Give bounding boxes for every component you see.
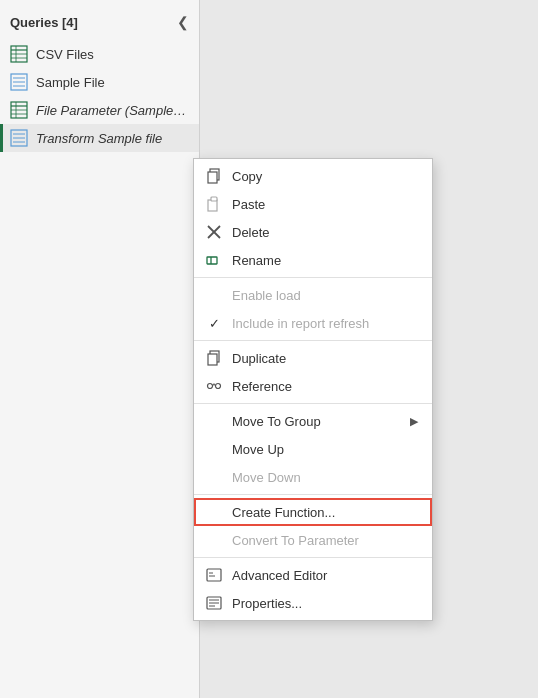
sidebar: Queries [4] ❮ CSV Files Sample File <box>0 0 200 698</box>
menu-item-move-up[interactable]: Move Up <box>194 435 432 463</box>
move-down-label: Move Down <box>232 470 418 485</box>
query-label: Sample File <box>36 75 105 90</box>
include-report-label: Include in report refresh <box>232 316 418 331</box>
separator-1 <box>194 277 432 278</box>
no-icon <box>204 440 224 458</box>
menu-item-properties[interactable]: Properties... <box>194 589 432 617</box>
no-icon <box>204 531 224 549</box>
query-label: CSV Files <box>36 47 94 62</box>
no-icon <box>204 503 224 521</box>
context-menu: Copy Paste Delete Rename Enable load ✓ I… <box>193 158 433 621</box>
sidebar-header: Queries [4] ❮ <box>0 8 199 40</box>
svg-rect-30 <box>207 569 221 581</box>
move-to-group-label: Move To Group <box>232 414 402 429</box>
properties-label: Properties... <box>232 596 418 611</box>
no-icon <box>204 468 224 486</box>
menu-item-copy[interactable]: Copy <box>194 162 432 190</box>
advanced-editor-label: Advanced Editor <box>232 568 418 583</box>
separator-2 <box>194 340 432 341</box>
no-icon <box>204 286 224 304</box>
query-label: Transform Sample file <box>36 131 162 146</box>
menu-item-create-function[interactable]: Create Function... <box>194 498 432 526</box>
rename-icon <box>204 251 224 269</box>
sidebar-item-csv-files[interactable]: CSV Files <box>0 40 199 68</box>
list-icon <box>10 129 28 147</box>
copy-icon <box>204 167 224 185</box>
properties-icon <box>204 594 224 612</box>
menu-item-convert-parameter[interactable]: Convert To Parameter <box>194 526 432 554</box>
duplicate-icon <box>204 349 224 367</box>
menu-item-rename[interactable]: Rename <box>194 246 432 274</box>
convert-parameter-label: Convert To Parameter <box>232 533 418 548</box>
table-icon <box>10 101 28 119</box>
copy-label: Copy <box>232 169 418 184</box>
duplicate-label: Duplicate <box>232 351 418 366</box>
svg-rect-20 <box>208 200 217 211</box>
sidebar-collapse-button[interactable]: ❮ <box>177 14 189 30</box>
menu-item-reference[interactable]: Reference <box>194 372 432 400</box>
list-icon <box>10 73 28 91</box>
paste-label: Paste <box>232 197 418 212</box>
svg-rect-21 <box>211 197 217 201</box>
svg-point-28 <box>208 384 213 389</box>
rename-label: Rename <box>232 253 418 268</box>
svg-rect-27 <box>208 354 217 365</box>
reference-label: Reference <box>232 379 418 394</box>
sidebar-item-transform-sample[interactable]: Transform Sample file <box>0 124 199 152</box>
delete-icon <box>204 223 224 241</box>
enable-load-label: Enable load <box>232 288 418 303</box>
sidebar-title: Queries [4] <box>10 15 78 30</box>
sidebar-item-sample-file[interactable]: Sample File <box>0 68 199 96</box>
separator-4 <box>194 494 432 495</box>
menu-item-move-to-group[interactable]: Move To Group ▶ <box>194 407 432 435</box>
svg-rect-19 <box>208 172 217 183</box>
menu-item-delete[interactable]: Delete <box>194 218 432 246</box>
menu-item-move-down[interactable]: Move Down <box>194 463 432 491</box>
paste-icon <box>204 195 224 213</box>
advanced-editor-icon <box>204 566 224 584</box>
separator-3 <box>194 403 432 404</box>
delete-label: Delete <box>232 225 418 240</box>
menu-item-duplicate[interactable]: Duplicate <box>194 344 432 372</box>
checkmark-icon: ✓ <box>204 314 224 332</box>
menu-item-advanced-editor[interactable]: Advanced Editor <box>194 561 432 589</box>
svg-point-29 <box>216 384 221 389</box>
table-icon <box>10 45 28 63</box>
reference-icon <box>204 377 224 395</box>
query-label: File Parameter (Sample File) <box>36 103 189 118</box>
separator-5 <box>194 557 432 558</box>
menu-item-enable-load[interactable]: Enable load <box>194 281 432 309</box>
move-up-label: Move Up <box>232 442 418 457</box>
create-function-label: Create Function... <box>232 505 418 520</box>
no-icon <box>204 412 224 430</box>
sidebar-item-file-parameter[interactable]: File Parameter (Sample File) <box>0 96 199 124</box>
svg-rect-24 <box>207 257 217 264</box>
menu-item-include-report[interactable]: ✓ Include in report refresh <box>194 309 432 337</box>
menu-item-paste[interactable]: Paste <box>194 190 432 218</box>
submenu-arrow-icon: ▶ <box>410 415 418 428</box>
